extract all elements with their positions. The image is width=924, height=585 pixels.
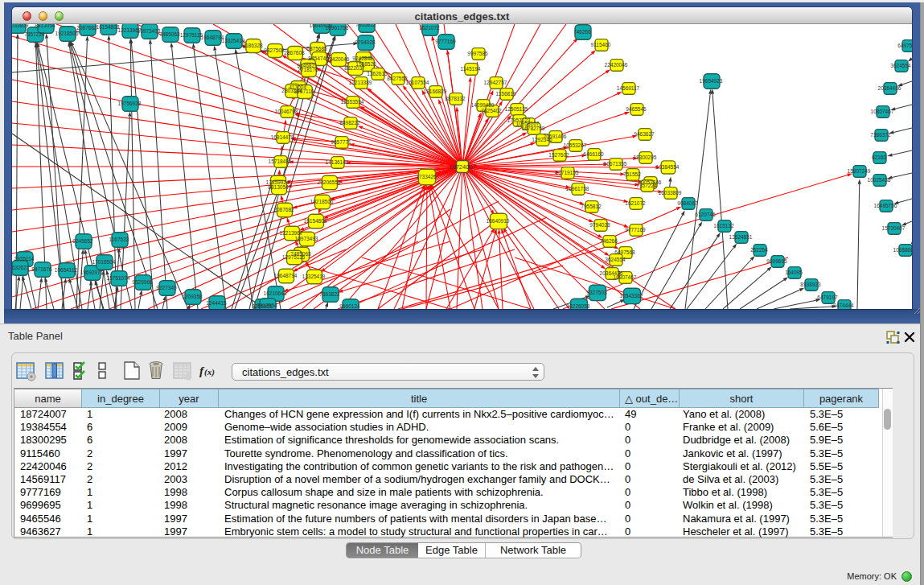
svg-text:16961758: 16961758 bbox=[566, 186, 589, 192]
svg-text:16782759: 16782759 bbox=[522, 126, 545, 131]
svg-text:15751074: 15751074 bbox=[107, 275, 130, 281]
svg-text:6497568: 6497568 bbox=[614, 249, 635, 255]
svg-text:10543362: 10543362 bbox=[620, 293, 643, 299]
svg-text:8912954: 8912954 bbox=[257, 303, 277, 308]
svg-text:7663822: 7663822 bbox=[319, 291, 340, 297]
svg-text:1527602: 1527602 bbox=[548, 152, 569, 158]
svg-text:9463627: 9463627 bbox=[634, 131, 655, 137]
svg-text:1209358: 1209358 bbox=[182, 294, 203, 299]
svg-text:15718485: 15718485 bbox=[269, 159, 292, 164]
svg-text:2087682: 2087682 bbox=[273, 207, 294, 212]
svg-text:19654923: 19654923 bbox=[700, 78, 723, 84]
svg-text:7955812: 7955812 bbox=[355, 24, 376, 27]
svg-text:10719155: 10719155 bbox=[556, 170, 579, 175]
svg-text:2867608: 2867608 bbox=[284, 50, 305, 56]
svg-text:16495756: 16495756 bbox=[874, 203, 897, 208]
svg-text:2087682: 2087682 bbox=[76, 25, 97, 31]
svg-text:12353594: 12353594 bbox=[341, 99, 364, 105]
svg-text:7357224: 7357224 bbox=[24, 31, 45, 37]
svg-text:10807467: 10807467 bbox=[614, 274, 637, 280]
svg-text:18300295: 18300295 bbox=[634, 154, 657, 160]
svg-text:164095: 164095 bbox=[785, 270, 803, 275]
svg-text:10046798: 10046798 bbox=[275, 109, 298, 114]
svg-text:9657771: 9657771 bbox=[331, 139, 351, 145]
svg-text:7955812: 7955812 bbox=[581, 204, 602, 209]
svg-text:9474444: 9474444 bbox=[833, 303, 854, 308]
svg-text:8186328: 8186328 bbox=[242, 43, 263, 48]
svg-text:6497568: 6497568 bbox=[897, 43, 912, 48]
svg-text:2718176: 2718176 bbox=[298, 67, 318, 72]
svg-text:6120746: 6120746 bbox=[695, 212, 716, 217]
svg-text:14569117: 14569117 bbox=[617, 85, 640, 91]
svg-text:16914479: 16914479 bbox=[271, 134, 294, 140]
svg-text:1244415: 1244415 bbox=[206, 300, 227, 306]
svg-text:9794028: 9794028 bbox=[589, 222, 610, 228]
svg-text:13524851: 13524851 bbox=[729, 234, 753, 240]
svg-text:10671355: 10671355 bbox=[604, 161, 627, 167]
svg-text:10973493: 10973493 bbox=[295, 236, 318, 241]
svg-text:7625402: 7625402 bbox=[481, 108, 502, 113]
svg-text:2935114: 2935114 bbox=[14, 256, 35, 262]
svg-text:3624554: 3624554 bbox=[890, 63, 911, 68]
svg-text:9245652: 9245652 bbox=[72, 238, 93, 244]
svg-text:1145194: 1145194 bbox=[461, 66, 481, 72]
svg-text:1733426: 1733426 bbox=[416, 174, 437, 179]
svg-text:1362615: 1362615 bbox=[367, 71, 388, 76]
svg-text:7386372: 7386372 bbox=[870, 132, 891, 138]
svg-text:14136141: 14136141 bbox=[326, 159, 349, 165]
svg-text:19384554: 19384554 bbox=[656, 164, 680, 170]
svg-text:19692971: 19692971 bbox=[80, 270, 104, 275]
svg-text:6466160: 6466160 bbox=[583, 151, 604, 157]
svg-text:6479197: 6479197 bbox=[817, 295, 838, 300]
svg-text:23420046: 23420046 bbox=[326, 56, 350, 62]
svg-text:10688609: 10688609 bbox=[893, 247, 912, 253]
svg-text:18724007: 18724007 bbox=[449, 163, 475, 171]
svg-text:9227349: 9227349 bbox=[156, 285, 177, 290]
svg-text:10654112: 10654112 bbox=[55, 267, 78, 273]
svg-text:20364436: 20364436 bbox=[878, 85, 901, 91]
svg-text:16210643: 16210643 bbox=[264, 290, 287, 296]
svg-text:10553267: 10553267 bbox=[564, 142, 587, 148]
svg-text:10807467: 10807467 bbox=[871, 109, 894, 114]
svg-text:252254: 252254 bbox=[750, 247, 768, 253]
svg-text:16648794: 16648794 bbox=[201, 35, 224, 40]
svg-text:12975115: 12975115 bbox=[180, 32, 203, 38]
svg-text:7485063: 7485063 bbox=[159, 31, 180, 37]
svg-text:22420046: 22420046 bbox=[605, 62, 628, 68]
svg-text:(x): (x) bbox=[204, 367, 215, 377]
svg-text:746266: 746266 bbox=[573, 29, 591, 35]
svg-text:9465546: 9465546 bbox=[626, 106, 647, 112]
svg-text:3624554: 3624554 bbox=[605, 257, 626, 262]
svg-text:19218506: 19218506 bbox=[55, 31, 79, 36]
svg-text:19166829: 19166829 bbox=[424, 89, 447, 94]
svg-text:9777169: 9777169 bbox=[435, 39, 456, 44]
svg-text:1615132: 1615132 bbox=[713, 223, 734, 229]
svg-text:751552: 751552 bbox=[623, 171, 641, 177]
svg-text:16640910: 16640910 bbox=[487, 218, 510, 224]
svg-text:9242848: 9242848 bbox=[352, 56, 373, 61]
svg-text:8938923: 8938923 bbox=[800, 282, 821, 287]
svg-text:7632621: 7632621 bbox=[12, 265, 30, 270]
svg-text:8427552: 8427552 bbox=[387, 76, 408, 81]
svg-text:13226058: 13226058 bbox=[567, 303, 590, 309]
svg-text:12942757: 12942757 bbox=[484, 80, 507, 85]
svg-text:1621072: 1621072 bbox=[625, 200, 646, 206]
svg-text:20691406: 20691406 bbox=[544, 134, 567, 139]
svg-text:13325419: 13325419 bbox=[302, 274, 326, 279]
svg-text:9660124: 9660124 bbox=[339, 303, 360, 309]
svg-text:9115460: 9115460 bbox=[591, 42, 611, 47]
svg-text:9327503: 9327503 bbox=[586, 290, 607, 295]
svg-text:8878332: 8878332 bbox=[445, 96, 466, 101]
svg-text:12213389: 12213389 bbox=[349, 80, 372, 85]
svg-text:8813054: 8813054 bbox=[35, 24, 55, 28]
svg-text:14099489: 14099489 bbox=[471, 102, 495, 108]
svg-text:20206556: 20206556 bbox=[318, 179, 341, 185]
svg-text:9794028: 9794028 bbox=[355, 39, 376, 45]
svg-text:15807249: 15807249 bbox=[848, 168, 871, 174]
svg-text:9699695: 9699695 bbox=[766, 258, 787, 264]
svg-text:16648794: 16648794 bbox=[274, 273, 298, 278]
svg-text:8813054: 8813054 bbox=[268, 184, 289, 190]
svg-text:17016504: 17016504 bbox=[92, 259, 116, 265]
svg-text:16154808: 16154808 bbox=[97, 24, 120, 30]
svg-text:10025438: 10025438 bbox=[868, 177, 891, 183]
